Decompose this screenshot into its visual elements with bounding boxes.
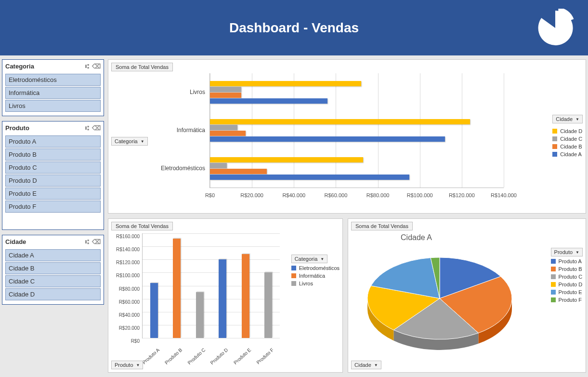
chart-legend: Produto▼ Produto A Produto B Produto C P… (551, 248, 583, 305)
slicer-item-produto-c[interactable]: Produto C (5, 162, 101, 174)
axis-field-button[interactable]: Categoria▼ (111, 137, 148, 146)
clear-filter-icon[interactable]: ⌫ (92, 63, 101, 70)
chevron-down-icon: ▼ (320, 257, 324, 261)
dashboard-header: Dashboard - Vendas (0, 0, 588, 55)
chart-legend: Cidade▼ Cidade D Cidade C Cidade B Cidad… (552, 115, 583, 159)
multiselect-icon[interactable]: ⑆ (85, 124, 89, 132)
chart-title-label: Soma de Total Vendas (111, 222, 173, 230)
slicer-title: Produto (5, 124, 29, 132)
chevron-down-icon: ▼ (136, 363, 140, 367)
slicer-item-produto-d[interactable]: Produto D (5, 175, 101, 187)
slicer-sidebar: Categoria ⑆ ⌫ Eletrodomésticos Informáti… (2, 59, 104, 373)
legend-field-button[interactable]: Cidade▼ (552, 115, 583, 123)
slicer-item-cidade-a[interactable]: Cidade A (5, 249, 101, 261)
legend-item: Cidade B (552, 144, 583, 149)
chart-plot-area (363, 253, 517, 354)
chart-sales-by-category: Soma de Total Vendas Categoria▼ R$0R$20.… (108, 59, 586, 214)
legend-field-button[interactable]: Categoria▼ (291, 255, 328, 263)
multiselect-icon[interactable]: ⑆ (85, 238, 89, 245)
legend-item: Produto B (551, 266, 583, 272)
chart-plot-area: R$0R$20.000R$40.000R$60.000R$80.000R$100… (209, 73, 504, 188)
pie-title: Cidade A (348, 233, 484, 242)
multiselect-icon[interactable]: ⑆ (85, 63, 89, 70)
slicer-cidade: Cidade ⑆ ⌫ Cidade A Cidade B Cidade C Ci… (2, 235, 104, 305)
slicer-item-eletrodomesticos[interactable]: Eletrodomésticos (5, 74, 101, 86)
slicer-item-informatica[interactable]: Informática (5, 87, 101, 99)
legend-field-button[interactable]: Produto▼ (551, 248, 583, 256)
pie-icon (536, 9, 575, 49)
slicer-item-cidade-b[interactable]: Cidade B (5, 262, 101, 274)
slicer-item-produto-b[interactable]: Produto B (5, 148, 101, 161)
chart-title-label: Soma de Total Vendas (111, 63, 173, 71)
legend-item: Livros (291, 281, 340, 286)
slicer-title: Categoria (5, 63, 34, 70)
legend-item: Informática (291, 273, 340, 279)
clear-filter-icon[interactable]: ⌫ (92, 238, 101, 245)
slicer-item-cidade-d[interactable]: Cidade D (5, 288, 101, 300)
legend-item: Produto A (551, 258, 583, 264)
chart-title-label: Soma de Total Vendas (351, 222, 413, 230)
axis-field-button[interactable]: Cidade▼ (351, 361, 381, 369)
slicer-title: Cidade (5, 238, 26, 245)
chevron-down-icon: ▼ (141, 139, 144, 144)
chart-plot-area: R$0R$20.000R$40.000R$60.000R$80.000R$100… (142, 233, 280, 338)
chart-legend: Categoria▼ Eletrodomésticos Informática … (291, 255, 340, 288)
slicer-item-produto-f[interactable]: Produto F (5, 201, 101, 213)
legend-item: Produto F (551, 297, 583, 303)
slicer-item-produto-e[interactable]: Produto E (5, 188, 101, 200)
legend-item: Cidade D (552, 128, 583, 134)
slicer-item-cidade-c[interactable]: Cidade C (5, 275, 101, 287)
legend-item: Eletrodomésticos (291, 265, 340, 271)
chevron-down-icon: ▼ (575, 250, 579, 255)
legend-item: Produto E (551, 289, 583, 295)
chart-sales-by-product: Soma de Total Vendas R$0R$20.000R$40.000… (108, 218, 343, 373)
page-title: Dashboard - Vendas (229, 20, 359, 36)
chevron-down-icon: ▼ (575, 117, 579, 121)
slicer-categoria: Categoria ⑆ ⌫ Eletrodomésticos Informáti… (2, 59, 104, 116)
slicer-item-livros[interactable]: Livros (5, 100, 101, 112)
legend-item: Produto C (551, 274, 583, 280)
legend-item: Produto D (551, 282, 583, 287)
slicer-item-produto-a[interactable]: Produto A (5, 135, 101, 148)
axis-field-button[interactable]: Produto▼ (111, 361, 143, 369)
legend-item: Cidade C (552, 136, 583, 142)
legend-item: Cidade A (552, 151, 583, 157)
chart-pie-city: Soma de Total Vendas Cidade A Cidade▼ Pr… (348, 218, 586, 373)
chevron-down-icon: ▼ (374, 363, 378, 367)
slicer-produto: Produto ⑆ ⌫ Produto A Produto B Produto … (2, 121, 104, 230)
clear-filter-icon[interactable]: ⌫ (92, 124, 101, 132)
